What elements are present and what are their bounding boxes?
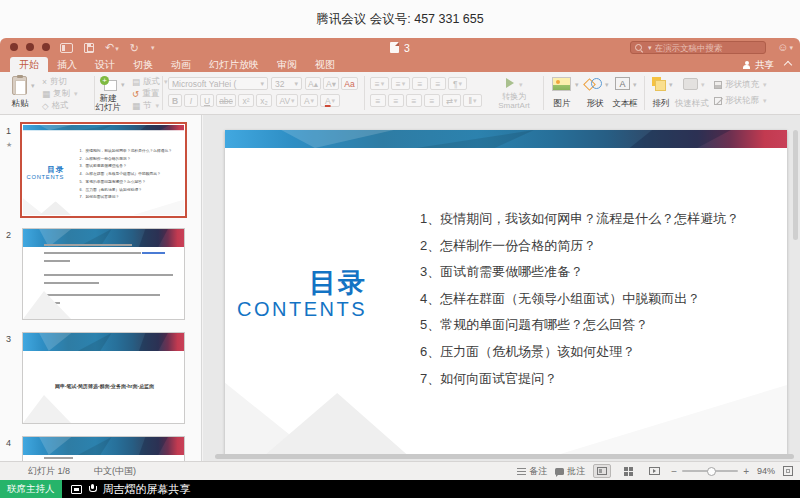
bold-button[interactable]: B [168, 94, 182, 107]
textbox-caret-icon[interactable]: ▾ [633, 81, 637, 89]
character-spacing-button[interactable]: AV▾ [276, 94, 298, 107]
decrease-indent-button[interactable] [412, 77, 428, 90]
text-direction-button[interactable]: ▾ [463, 94, 482, 107]
align-center-button[interactable] [388, 94, 404, 107]
fit-slide-icon[interactable] [783, 466, 793, 476]
underline-button[interactable]: U [200, 94, 214, 107]
zoom-in-button[interactable]: + [743, 466, 749, 477]
shapes-icon[interactable] [585, 77, 602, 91]
format-painter-button[interactable]: 格式 [42, 100, 69, 112]
tab-home[interactable]: 开始 [10, 57, 48, 72]
shapes-caret-icon[interactable]: ▾ [605, 81, 609, 89]
font-name-combo[interactable]: Microsoft YaHei (▾ [168, 77, 268, 90]
toc-item[interactable]: 3、面试前需要做哪些准备？ [420, 259, 739, 286]
zoom-slider[interactable] [682, 470, 738, 472]
columns-button[interactable]: ▾ [442, 94, 461, 107]
shape-outline-button[interactable]: 形状轮廓▾ [714, 95, 767, 107]
current-slide[interactable]: 目录 CONTENTS 1、疫情期间，我该如何网申？流程是什么？怎样避坑？ 2、… [225, 130, 787, 455]
collapse-ribbon-chevron-icon[interactable] [784, 61, 792, 69]
search-box[interactable]: ▾ [630, 41, 766, 54]
minimize-button[interactable] [26, 43, 34, 51]
sidebar-toggle-icon[interactable] [60, 43, 73, 53]
font-color-button[interactable]: A▾ [320, 94, 340, 107]
tab-transitions[interactable]: 切换 [124, 57, 162, 72]
subscript-button[interactable]: x₂ [256, 94, 272, 107]
convert-smartart-button[interactable]: 转换为 SmartArt [490, 92, 538, 110]
toc-item[interactable]: 5、常规的单面问题有哪些？怎么回答？ [420, 312, 739, 339]
toc-item[interactable]: 7、如何向面试官提问？ [420, 366, 739, 393]
slideshow-button[interactable] [645, 464, 663, 478]
bullets-button[interactable]: ▾ [370, 77, 389, 90]
textbox-button[interactable]: 文本框 [608, 98, 642, 110]
line-spacing-button[interactable]: ▾ [448, 77, 467, 90]
toc-item[interactable]: 6、压力面（危机场景）该如何处理？ [420, 339, 739, 366]
feedback-button[interactable]: ▾ [777, 41, 793, 54]
shape-fill-button[interactable]: 形状填充▾ [714, 79, 767, 91]
textbox-icon[interactable] [615, 77, 630, 90]
quick-styles-button[interactable]: 快速样式 [672, 98, 712, 110]
cut-button[interactable]: 剪切 [42, 76, 67, 88]
comments-button[interactable]: 批注 [555, 465, 585, 478]
tab-insert[interactable]: 插入 [48, 57, 86, 72]
notes-button[interactable]: 备注 [517, 465, 547, 478]
toc-item[interactable]: 4、怎样在群面（无领导小组面试）中脱颖而出？ [420, 286, 739, 313]
shapes-button[interactable]: 形状 [581, 98, 609, 110]
arrange-icon[interactable] [652, 77, 666, 91]
tab-review[interactable]: 审阅 [268, 57, 306, 72]
italic-button[interactable]: I [184, 94, 198, 107]
paste-icon[interactable] [12, 76, 27, 95]
paste-caret-icon[interactable]: ▾ [31, 82, 35, 90]
new-slide-icon[interactable] [100, 76, 117, 91]
save-icon[interactable] [84, 43, 94, 53]
vertical-scrollbar[interactable] [793, 130, 798, 240]
section-button[interactable]: 节▾ [132, 100, 159, 112]
language-indicator[interactable]: 中文(中国) [94, 465, 136, 478]
align-right-button[interactable] [406, 94, 422, 107]
picture-button[interactable]: 图片 [548, 98, 576, 110]
tab-view[interactable]: 视图 [306, 57, 344, 72]
increase-indent-button[interactable] [430, 77, 446, 90]
slide-thumbnail-4[interactable] [22, 436, 185, 461]
arrange-button[interactable]: 排列 [647, 98, 675, 110]
fullscreen-button[interactable] [42, 43, 50, 51]
new-slide-caret-icon[interactable]: ▾ [121, 81, 125, 89]
slide-thumbnail-1[interactable]: 目录 CONTENTS 1、疫情期间，我该如何网申？流程是什么？怎样避坑？ 2、… [22, 124, 185, 216]
quick-styles-caret-icon[interactable]: ▾ [701, 81, 705, 89]
clear-formatting-button[interactable]: Aa [341, 77, 358, 90]
copy-button[interactable]: 复制▾ [42, 88, 78, 100]
toc-items[interactable]: 1、疫情期间，我该如何网申？流程是什么？怎样避坑？ 2、怎样制作一份合格的简历？… [420, 206, 739, 392]
normal-view-button[interactable] [593, 464, 611, 478]
zoom-level[interactable]: 94% [757, 466, 775, 476]
toc-title-block[interactable]: 目录 CONTENTS [237, 268, 367, 321]
arrange-caret-icon[interactable]: ▾ [669, 81, 673, 89]
undo-button[interactable]: ▾ [105, 41, 119, 55]
zoom-slider-knob[interactable] [707, 467, 716, 476]
slide-sorter-button[interactable] [619, 464, 637, 478]
grow-font-button[interactable]: A▴ [305, 77, 321, 90]
tab-animations[interactable]: 动画 [162, 57, 200, 72]
toc-item[interactable]: 1、疫情期间，我该如何网申？流程是什么？怎样避坑？ [420, 206, 739, 233]
toolbar-options-caret-icon[interactable]: ▾ [151, 42, 155, 54]
search-input[interactable] [655, 43, 761, 53]
picture-icon[interactable] [552, 77, 571, 91]
redo-icon[interactable] [130, 42, 139, 54]
font-size-combo[interactable]: 32▾ [271, 77, 302, 90]
new-slide-button[interactable]: 新建 幻灯片 [90, 94, 126, 112]
strikethrough-button[interactable]: abc [216, 94, 236, 107]
reset-button[interactable]: 重置 [132, 88, 159, 100]
justify-button[interactable] [424, 94, 440, 107]
shrink-font-button[interactable]: A▾ [323, 77, 339, 90]
toc-item[interactable]: 2、怎样制作一份合格的简历？ [420, 233, 739, 260]
tab-slideshow[interactable]: 幻灯片放映 [200, 57, 268, 72]
quick-styles-icon[interactable] [683, 78, 698, 90]
share-button[interactable]: 共享 [742, 58, 774, 72]
superscript-button[interactable]: x² [238, 94, 254, 107]
horizontal-scrollbar[interactable] [215, 454, 794, 459]
paste-button[interactable]: 粘贴 [4, 98, 36, 110]
align-left-button[interactable] [370, 94, 386, 107]
slide-thumbnail-2[interactable] [22, 228, 185, 320]
close-button[interactable] [10, 43, 18, 51]
text-effects-button[interactable]: A▾ [300, 94, 318, 107]
numbering-button[interactable]: ▾ [391, 77, 410, 90]
slide-thumbnail-3[interactable]: 网申-笔试-简历筛选-群面-业务面-hr面-总监面 [22, 332, 185, 424]
